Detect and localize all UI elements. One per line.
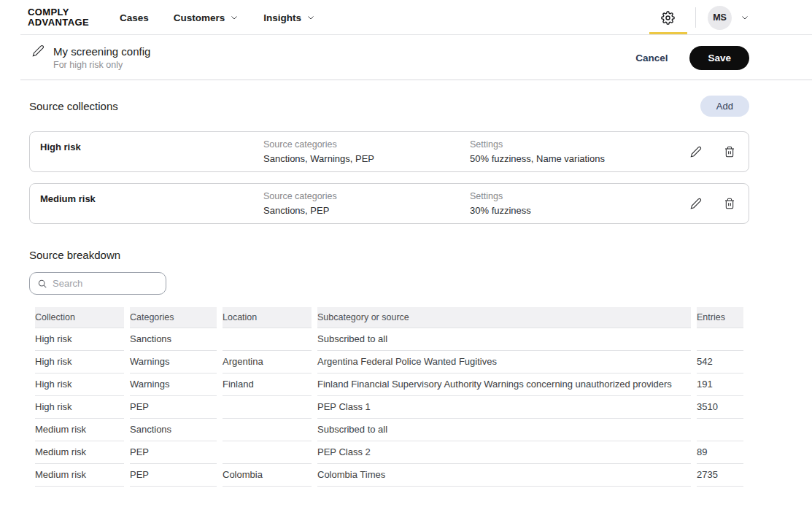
categories-label: Source categories — [263, 139, 470, 150]
nav-item-insights[interactable]: Insights — [263, 12, 315, 23]
column-header-entries: Entries — [697, 307, 743, 328]
table-cell: Finland Financial Supervisory Authority … — [317, 374, 691, 396]
add-button[interactable]: Add — [700, 96, 749, 117]
header-divider-line — [20, 80, 812, 80]
source-collections-list: High risk Source categories Sanctions, W… — [29, 131, 749, 224]
column-header-subcategory-or-source: Subcategory or source — [317, 307, 691, 328]
settings-value: 50% fuzziness, Name variations — [470, 153, 689, 164]
pencil-icon — [690, 146, 702, 158]
config-header: My screening config For high risk only C… — [0, 35, 812, 80]
breakdown-table-head: CollectionCategoriesLocationSubcategory … — [35, 307, 743, 328]
table-cell: Subscribed to all — [317, 419, 691, 441]
table-cell: PEP Class 1 — [317, 396, 691, 419]
gear-icon — [661, 11, 675, 25]
nav-item-label: Cases — [120, 12, 149, 23]
table-cell: Argentina Federal Police Wanted Fugitive… — [317, 351, 691, 374]
table-cell — [223, 328, 312, 351]
nav-item-customers[interactable]: Customers — [174, 12, 239, 23]
categories-value: Sanctions, PEP — [263, 205, 470, 216]
cancel-button[interactable]: Cancel — [635, 53, 668, 63]
primary-nav: Cases Customers Insights — [120, 12, 315, 23]
table-cell: PEP — [130, 441, 217, 464]
header-actions: Cancel Save — [635, 46, 749, 70]
table-cell: Sanctions — [130, 419, 217, 441]
table-cell: 191 — [697, 374, 743, 396]
table-cell: Medium risk — [35, 464, 124, 487]
column-header-location: Location — [223, 307, 312, 328]
collection-settings: Settings 30% fuzziness — [470, 191, 689, 216]
table-row: High riskPEPPEP Class 13510 — [35, 396, 743, 419]
brand-logo-line2: ADVANTAGE — [28, 18, 89, 28]
table-cell: Finland — [223, 374, 312, 396]
pencil-icon — [690, 198, 702, 209]
user-menu[interactable]: MS — [708, 6, 749, 30]
table-cell: PEP Class 2 — [317, 441, 691, 464]
breakdown-table-body: High riskSanctionsSubscribed to allHigh … — [35, 328, 743, 487]
edit-button[interactable] — [689, 196, 703, 211]
table-cell: PEP — [130, 396, 217, 419]
brand-logo-line1: COMPLY — [28, 7, 89, 18]
breakdown-table-head-row: CollectionCategoriesLocationSubcategory … — [35, 307, 743, 328]
page-title: My screening config — [53, 45, 150, 58]
table-cell: Subscribed to all — [317, 328, 691, 351]
chevron-down-icon — [230, 13, 239, 22]
table-cell: High risk — [35, 351, 124, 374]
page-subtitle: For high risk only — [53, 60, 150, 70]
nav-item-cases[interactable]: Cases — [120, 12, 149, 23]
delete-button[interactable] — [722, 196, 737, 211]
settings-label: Settings — [470, 191, 689, 201]
chevron-down-icon — [306, 13, 315, 22]
collection-settings: Settings 50% fuzziness, Name variations — [470, 139, 689, 164]
search-icon — [37, 279, 47, 289]
table-cell: Colombia — [223, 464, 312, 487]
table-row: High riskSanctionsSubscribed to all — [35, 328, 743, 351]
nav-item-label: Insights — [263, 12, 301, 23]
breakdown-table: CollectionCategoriesLocationSubcategory … — [29, 307, 749, 487]
collection-name: Medium risk — [40, 191, 263, 204]
edit-button[interactable] — [689, 144, 703, 159]
table-cell: High risk — [35, 396, 124, 419]
source-collections-header-row: Source collections Add — [29, 96, 749, 117]
column-header-categories: Categories — [130, 307, 217, 328]
categories-label: Source categories — [263, 191, 470, 201]
table-row: Medium riskPEPPEP Class 289 — [35, 441, 743, 464]
table-cell: Medium risk — [35, 419, 124, 441]
title-block: My screening config For high risk only — [53, 45, 150, 70]
table-cell: Warnings — [130, 374, 217, 396]
collection-categories: Source categories Sanctions, Warnings, P… — [263, 139, 470, 164]
trash-icon — [724, 146, 735, 158]
table-cell: 542 — [697, 351, 743, 374]
navbar-divider — [695, 7, 696, 28]
column-header-collection: Collection — [35, 307, 124, 328]
settings-gear-button[interactable] — [645, 0, 691, 35]
settings-label: Settings — [470, 139, 689, 150]
settings-value: 30% fuzziness — [470, 205, 689, 216]
table-cell: 3510 — [697, 396, 743, 419]
table-cell: Colombia Times — [317, 464, 691, 487]
table-cell: Sanctions — [130, 328, 217, 351]
source-collections-heading: Source collections — [29, 100, 118, 112]
brand-logo: COMPLY ADVANTAGE — [28, 7, 89, 28]
collection-card: Medium risk Source categories Sanctions,… — [29, 183, 749, 224]
table-cell — [223, 396, 312, 419]
delete-button[interactable] — [722, 144, 737, 159]
avatar: MS — [708, 6, 732, 30]
collection-categories: Source categories Sanctions, PEP — [263, 191, 470, 216]
main-content: Source collections Add High risk Source … — [0, 96, 812, 487]
search-input[interactable] — [53, 278, 158, 289]
table-cell: Argentina — [223, 351, 312, 374]
edit-pencil-icon[interactable] — [32, 44, 45, 57]
top-navbar: COMPLY ADVANTAGE Cases Customers Insight… — [0, 0, 812, 35]
card-actions — [689, 144, 737, 159]
table-cell: High risk — [35, 328, 124, 351]
table-row: High riskWarningsFinlandFinland Financia… — [35, 374, 743, 396]
source-breakdown-heading: Source breakdown — [29, 249, 749, 261]
table-cell: 89 — [697, 441, 743, 464]
table-cell: Warnings — [130, 351, 217, 374]
table-cell: 2735 — [697, 464, 743, 487]
table-cell: PEP — [130, 464, 217, 487]
nav-item-label: Customers — [174, 12, 225, 23]
save-button[interactable]: Save — [689, 46, 749, 70]
trash-icon — [724, 198, 735, 209]
table-cell — [223, 441, 312, 464]
